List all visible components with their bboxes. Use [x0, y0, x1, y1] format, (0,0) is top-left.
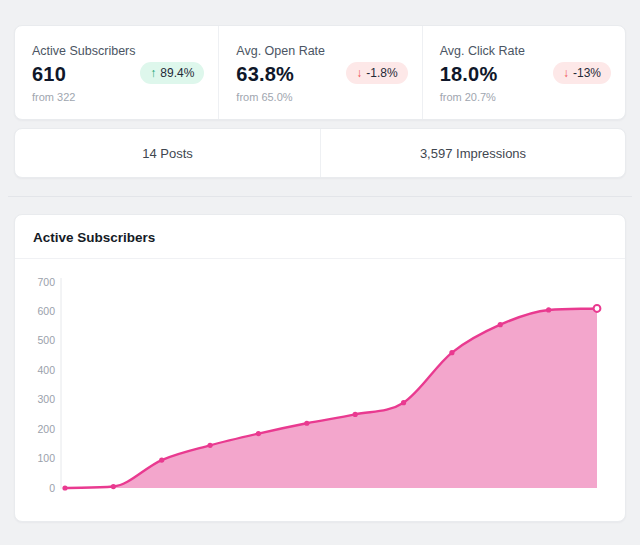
arrow-down-icon: ↓: [563, 66, 569, 80]
change-badge: ↑ 89.4%: [140, 62, 204, 84]
change-badge: ↓ -1.8%: [346, 62, 407, 84]
kpi-stats-row: Active Subscribers 610 from 322 ↑ 89.4% …: [14, 25, 626, 120]
y-axis-tick: 600: [37, 305, 55, 317]
y-axis-tick: 300: [37, 393, 55, 405]
chart-area: 0100200300400500600700: [15, 259, 625, 519]
y-axis-tick: 200: [37, 423, 55, 435]
stat-previous-value: from 65.0%: [236, 91, 405, 103]
change-value: 89.4%: [160, 66, 194, 80]
change-value: -1.8%: [366, 66, 397, 80]
chart-title: Active Subscribers: [15, 215, 625, 259]
y-axis-tick: 0: [49, 482, 55, 494]
posts-count: 14 Posts: [15, 129, 320, 177]
stat-label: Avg. Open Rate: [236, 44, 405, 58]
summary-row: 14 Posts 3,597 Impressions: [14, 128, 626, 178]
stat-label: Active Subscribers: [32, 44, 202, 58]
y-axis-tick: 400: [37, 364, 55, 376]
section-divider: [8, 196, 632, 197]
y-axis-tick: 500: [37, 334, 55, 346]
y-axis-tick: 700: [37, 276, 55, 288]
stat-previous-value: from 20.7%: [440, 91, 609, 103]
stat-previous-value: from 322: [32, 91, 202, 103]
stat-card-active-subscribers: Active Subscribers 610 from 322 ↑ 89.4%: [15, 26, 218, 119]
dashboard: Active Subscribers 610 from 322 ↑ 89.4% …: [0, 0, 640, 522]
stat-card-open-rate: Avg. Open Rate 63.8% from 65.0% ↓ -1.8%: [218, 26, 421, 119]
subscribers-chart-card: Active Subscribers 010020030040050060070…: [14, 214, 626, 522]
change-badge: ↓ -13%: [553, 62, 611, 84]
change-value: -13%: [573, 66, 601, 80]
y-axis-tick: 100: [37, 452, 55, 464]
subscribers-area-chart: 0100200300400500600700: [25, 267, 605, 503]
stat-label: Avg. Click Rate: [440, 44, 609, 58]
impressions-count: 3,597 Impressions: [320, 129, 625, 177]
arrow-down-icon: ↓: [356, 66, 362, 80]
stat-card-click-rate: Avg. Click Rate 18.0% from 20.7% ↓ -13%: [422, 26, 625, 119]
arrow-up-icon: ↑: [150, 66, 156, 80]
